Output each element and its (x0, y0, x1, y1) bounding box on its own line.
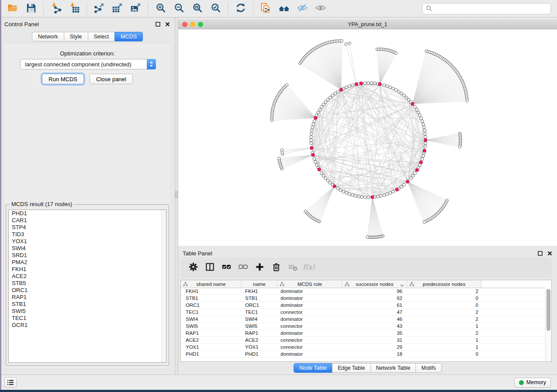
deselect-all-button[interactable] (235, 259, 251, 276)
table-row[interactable]: ORC1ORC1dominator610 (181, 302, 545, 309)
cell-mcds_role[interactable]: dominator (277, 351, 343, 358)
table-row[interactable]: STB1STB1dominator620 (181, 295, 545, 302)
cell-shared_name[interactable]: YOX1 (181, 344, 242, 351)
import-network-button[interactable] (47, 1, 65, 16)
zoom-selected-button[interactable] (207, 1, 225, 16)
cell-name[interactable]: ORC1 (242, 302, 277, 309)
table-row[interactable]: YOX1YOX1connector291 (181, 344, 545, 351)
cell-name[interactable]: YOX1 (242, 344, 277, 351)
cell-predecessor_nodes[interactable]: 1 (407, 337, 481, 344)
open-session-button[interactable] (3, 1, 22, 16)
table-scrollbar-thumb[interactable] (547, 289, 550, 331)
cell-mcds_role[interactable]: connector (277, 337, 343, 344)
mcds-result-item[interactable]: TID3 (9, 231, 166, 238)
cell-shared_name[interactable]: ACE2 (181, 337, 242, 344)
cell-successor_nodes[interactable]: 62 (343, 295, 407, 302)
cell-predecessor_nodes[interactable]: 2 (407, 316, 481, 323)
table-row[interactable]: SWI4SWI4dominator462 (181, 316, 545, 323)
cell-mcds_role[interactable]: dominator (277, 330, 343, 337)
cell-mcds_role[interactable]: dominator (277, 302, 343, 309)
mcds-result-item[interactable]: RAP1 (9, 294, 166, 301)
splitter-grip-icon[interactable] (175, 191, 178, 198)
cell-shared_name[interactable]: STB1 (181, 295, 242, 302)
cell-predecessor_nodes[interactable]: 1 (407, 323, 481, 330)
tab-select[interactable]: Select (88, 32, 115, 41)
close-panel-button[interactable]: Close panel (90, 74, 133, 84)
cell-name[interactable]: FKH1 (242, 288, 277, 295)
zoom-out-button[interactable] (170, 1, 188, 16)
zoom-in-button[interactable] (152, 1, 170, 16)
export-table-button[interactable] (108, 1, 127, 16)
show-all-button[interactable] (311, 1, 330, 16)
select-all-button[interactable] (218, 259, 235, 276)
table-row[interactable]: PHD1PHD1dominator180 (181, 351, 545, 358)
cell-predecessor_nodes[interactable]: 2 (407, 288, 481, 295)
cell-mcds_role[interactable]: connector (277, 344, 343, 351)
float-table-panel-icon[interactable] (537, 251, 543, 256)
mcds-result-item[interactable]: GCR1 (9, 322, 166, 329)
table-row[interactable]: TEC1TEC1connector472 (181, 309, 545, 316)
cell-shared_name[interactable]: SWI5 (181, 323, 242, 330)
cell-mcds_role[interactable]: dominator (277, 295, 343, 302)
column-header-mcds_role[interactable]: MCDS role (277, 280, 343, 288)
cell-predecessor_nodes[interactable]: 2 (407, 330, 481, 337)
tab-style[interactable]: Style (64, 32, 88, 41)
cell-successor_nodes[interactable]: 35 (343, 330, 407, 337)
table-scrollbar[interactable] (545, 288, 551, 361)
hide-selected-button[interactable] (293, 1, 311, 16)
tab-network[interactable]: Network (32, 32, 64, 41)
close-table-panel-icon[interactable] (547, 251, 553, 256)
mcds-result-item[interactable]: STB5 (9, 280, 166, 287)
cell-mcds_role[interactable]: connector (277, 309, 343, 316)
column-header-name[interactable]: name (242, 280, 277, 288)
cell-successor_nodes[interactable]: 31 (343, 337, 407, 344)
table-settings-button[interactable] (185, 259, 201, 276)
network-canvas[interactable] (178, 29, 557, 246)
cell-successor_nodes[interactable]: 47 (343, 309, 407, 316)
mcds-result-list[interactable]: PHD1CAR1STP4TID3YOX1SWI4SRD1PMA2FKH1ACE2… (8, 210, 166, 363)
task-history-button[interactable] (4, 377, 17, 388)
search-input[interactable] (432, 6, 547, 12)
table-row[interactable]: FKH1FKH1dominator962 (181, 288, 545, 295)
mcds-result-item[interactable]: ORC1 (9, 287, 166, 294)
close-panel-icon[interactable] (165, 21, 170, 27)
cell-successor_nodes[interactable]: 18 (343, 351, 407, 358)
mcds-result-item[interactable]: SWI5 (9, 308, 166, 315)
mcds-result-item[interactable]: TEC1 (9, 315, 166, 322)
mcds-result-item[interactable]: PHD1 (9, 210, 166, 217)
cell-shared_name[interactable]: RAP1 (181, 330, 242, 337)
mcds-result-item[interactable]: SRD1 (9, 252, 166, 259)
export-image-button[interactable] (127, 1, 145, 16)
mcds-result-item[interactable]: SWI4 (9, 245, 166, 252)
toggle-column-view-button[interactable] (201, 259, 218, 276)
mcds-result-item[interactable]: FKH1 (9, 266, 166, 273)
cell-predecessor_nodes[interactable]: 0 (407, 302, 481, 309)
mcds-result-item[interactable]: YOX1 (9, 238, 166, 245)
cell-shared_name[interactable]: TEC1 (181, 309, 242, 316)
cell-mcds_role[interactable]: connector (277, 323, 343, 330)
cell-successor_nodes[interactable]: 61 (343, 302, 407, 309)
cell-name[interactable]: RAP1 (242, 330, 277, 337)
cell-name[interactable]: PHD1 (242, 351, 277, 358)
cell-mcds_role[interactable]: dominator (277, 316, 343, 323)
tab-node-table[interactable]: Node Table (294, 363, 332, 373)
cell-predecessor_nodes[interactable]: 2 (407, 309, 481, 316)
column-header-predecessor_nodes[interactable]: predecessor nodes (407, 280, 481, 288)
mcds-list-scrollbar[interactable] (161, 210, 166, 362)
table-row[interactable]: SWI5SWI5connector431 (181, 323, 545, 330)
table-row[interactable]: ACE2ACE2connector311 (181, 337, 545, 344)
refresh-view-button[interactable] (232, 1, 250, 16)
export-network-button[interactable] (90, 1, 108, 16)
cell-mcds_role[interactable]: dominator (277, 288, 343, 295)
cell-predecessor_nodes[interactable]: 0 (407, 351, 481, 358)
zoom-fit-button[interactable] (188, 1, 207, 16)
panel-splitter[interactable] (175, 17, 178, 375)
float-panel-icon[interactable] (155, 21, 161, 27)
cell-shared_name[interactable]: PHD1 (181, 351, 242, 358)
cell-name[interactable]: STB1 (242, 295, 277, 302)
run-mcds-button[interactable]: Run MCDS (42, 74, 84, 84)
delete-row-button[interactable] (268, 259, 284, 276)
cell-predecessor_nodes[interactable]: 0 (407, 295, 481, 302)
cell-name[interactable]: TEC1 (242, 309, 277, 316)
cell-predecessor_nodes[interactable]: 1 (407, 344, 481, 351)
